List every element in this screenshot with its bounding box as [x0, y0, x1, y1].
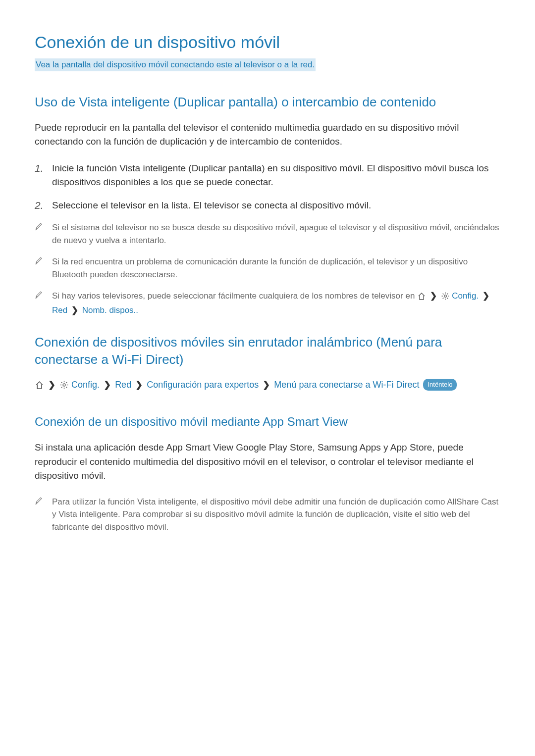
note-item: Si la red encuentra un problema de comun…: [35, 255, 500, 281]
note-text: Si hay varios televisores, puede selecci…: [52, 291, 417, 301]
svg-line-5: [442, 294, 443, 295]
breadcrumb-red[interactable]: Red: [115, 380, 131, 390]
svg-point-9: [63, 384, 65, 386]
note-text: Si la red encuentra un problema de comun…: [52, 257, 468, 279]
svg-line-6: [447, 298, 448, 299]
steps-list: Inicie la función Vista inteligente (Dup…: [35, 161, 500, 213]
note-text: Para utilizar la función Vista inteligen…: [52, 497, 498, 532]
home-icon: [418, 291, 426, 304]
home-icon: [35, 380, 44, 393]
note-text: Si el sistema del televisor no se busca …: [52, 223, 499, 245]
svg-line-16: [61, 387, 62, 388]
breadcrumb-nomb-dispos[interactable]: Nomb. dispos..: [82, 305, 138, 315]
svg-line-17: [66, 382, 67, 383]
page-subtitle: Vea la pantalla del dispositivo móvil co…: [35, 58, 316, 71]
section-heading-wifi-direct: Conexión de dispositivos móviles sin enr…: [35, 334, 500, 368]
step-item: Seleccione el televisor en la lista. El …: [35, 199, 500, 213]
chevron-right-icon: ❯: [104, 380, 111, 390]
svg-line-8: [447, 294, 448, 295]
breadcrumb-wifi-direct[interactable]: Menú para conectarse a Wi-Fi Direct: [274, 380, 419, 390]
pencil-icon: [35, 497, 43, 505]
breadcrumb-red[interactable]: Red: [52, 305, 67, 315]
chevron-right-icon: ❯: [482, 291, 489, 301]
svg-line-7: [442, 298, 443, 299]
chevron-right-icon: ❯: [430, 291, 437, 301]
breadcrumb-expertos[interactable]: Configuración para expertos: [147, 380, 259, 390]
step-item: Inicie la función Vista inteligente (Dup…: [35, 161, 500, 190]
breadcrumb-config[interactable]: Config.: [71, 380, 100, 390]
chevron-right-icon: ❯: [48, 380, 55, 390]
section-intro: Puede reproducir en la pantalla del tele…: [35, 121, 500, 149]
pencil-icon: [35, 222, 43, 231]
gear-icon: [60, 380, 68, 393]
svg-point-0: [444, 295, 446, 298]
note-item: Para utilizar la función Vista inteligen…: [35, 496, 500, 534]
svg-line-15: [66, 387, 67, 388]
chevron-right-icon: ❯: [71, 305, 78, 315]
breadcrumb: ❯ Config. ❯ Red ❯ Configuración para exp…: [35, 378, 500, 393]
pencil-icon: [35, 291, 43, 300]
chevron-right-icon: ❯: [263, 380, 270, 390]
gear-icon: [441, 291, 449, 304]
section-heading-smartview-app: Conexión de un dispositivo móvil mediant…: [35, 413, 500, 431]
section-heading-smartview: Uso de Vista inteligente (Duplicar panta…: [35, 94, 500, 111]
svg-line-14: [61, 382, 62, 383]
page-title: Conexión de un dispositivo móvil: [35, 30, 500, 55]
note-item: Si hay varios televisores, puede selecci…: [35, 290, 500, 316]
pencil-icon: [35, 256, 43, 265]
section-intro: Si instala una aplicación desde App Smar…: [35, 441, 500, 483]
chevron-right-icon: ❯: [135, 380, 143, 390]
note-item: Si el sistema del televisor no se busca …: [35, 221, 500, 247]
breadcrumb-config[interactable]: Config.: [452, 291, 479, 301]
try-it-badge[interactable]: Inténtelo: [423, 379, 457, 391]
